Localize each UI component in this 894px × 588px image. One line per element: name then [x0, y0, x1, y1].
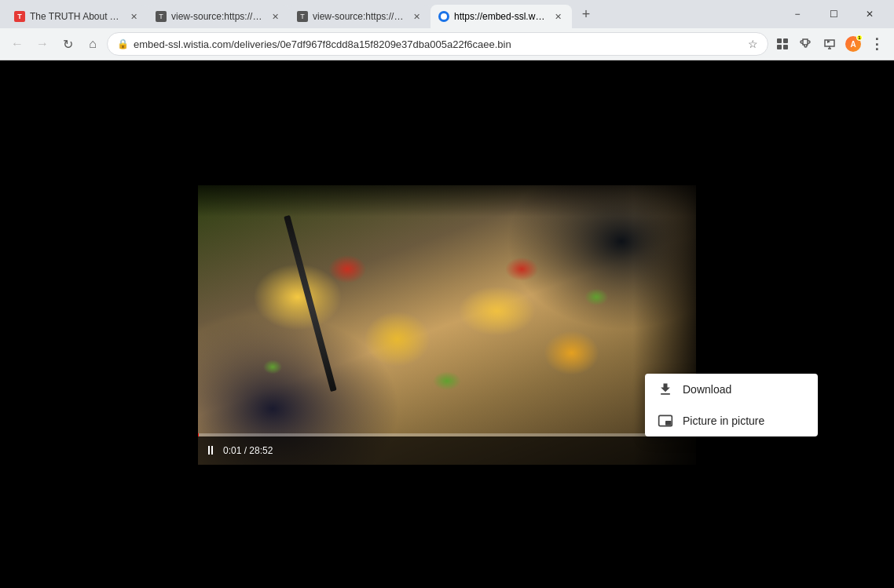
svg-rect-4 — [783, 45, 788, 49]
tab-3-label: view-source:https://fast.wistia… — [313, 11, 405, 22]
forward-button[interactable]: → — [31, 33, 53, 55]
tab-1-favicon: T — [14, 11, 25, 22]
download-label: Download — [683, 383, 731, 396]
svg-rect-3 — [777, 45, 782, 49]
pip-label: Picture in picture — [683, 415, 764, 427]
tab-1[interactable]: T The TRUTH About The Ke… ✕ — [6, 5, 148, 28]
svg-rect-6 — [665, 421, 672, 425]
pip-icon — [658, 413, 673, 429]
pan-top-overlay — [198, 185, 696, 217]
url-display: embed-ssl.wistia.com/deliveries/0e7df967… — [134, 38, 743, 50]
tab-4-label: https://embed-ssl.wistia.c… — [454, 11, 547, 22]
svg-point-0 — [441, 13, 447, 20]
media-router-icon[interactable] — [819, 33, 841, 55]
address-bar: ← → ↻ ⌂ 🔒 embed-ssl.wistia.com/deliverie… — [0, 28, 894, 60]
tab-2-favicon: T — [156, 11, 167, 22]
chrome-menu-icon[interactable]: ⋮ — [866, 33, 888, 55]
window-controls: − ☐ ✕ — [779, 0, 888, 28]
tab-3-close[interactable]: ✕ — [410, 10, 423, 23]
context-menu-pip[interactable]: Picture in picture — [645, 405, 818, 436]
extensions-puzzle-icon[interactable] — [795, 33, 817, 55]
chrome-frame: T The TRUTH About The Ke… ✕ T view-sourc… — [0, 0, 894, 60]
tab-1-close[interactable]: ✕ — [127, 10, 140, 23]
context-menu: Download Picture in picture — [645, 374, 818, 436]
svg-rect-1 — [777, 38, 782, 43]
toolbar-icons: A 1 ⋮ — [771, 33, 888, 55]
address-input[interactable]: 🔒 embed-ssl.wistia.com/deliveries/0e7df9… — [107, 32, 768, 56]
video-player[interactable]: ⏸ 0:01 / 28:52 Download — [198, 185, 696, 465]
title-bar: T The TRUTH About The Ke… ✕ T view-sourc… — [0, 0, 894, 28]
bookmark-icon[interactable]: ☆ — [748, 38, 758, 50]
context-menu-download[interactable]: Download — [645, 374, 818, 405]
home-button[interactable]: ⌂ — [82, 33, 104, 55]
minimize-button[interactable]: − — [779, 0, 815, 28]
food-visual — [198, 185, 696, 465]
tab-2-close[interactable]: ✕ — [269, 10, 281, 23]
tab-4[interactable]: https://embed-ssl.wistia.c… ✕ — [431, 5, 572, 28]
utensil-visual — [284, 215, 338, 393]
maximize-button[interactable]: ☐ — [815, 0, 852, 28]
tab-1-label: The TRUTH About The Ke… — [30, 11, 123, 22]
new-tab-button[interactable]: + — [575, 3, 597, 25]
extensions-grid-icon[interactable] — [771, 33, 793, 55]
lock-icon: 🔒 — [117, 38, 129, 49]
download-icon — [658, 382, 673, 397]
tab-3[interactable]: T view-source:https://fast.wistia… ✕ — [289, 5, 431, 28]
page-content: ⏸ 0:01 / 28:52 Download — [0, 60, 894, 588]
tab-2[interactable]: T view-source:https://truth-abou… ✕ — [148, 5, 289, 28]
video-controls: ⏸ 0:01 / 28:52 — [198, 436, 696, 465]
tab-4-favicon — [438, 11, 449, 22]
refresh-button[interactable]: ↻ — [57, 33, 79, 55]
tab-3-favicon: T — [297, 11, 308, 22]
close-button[interactable]: ✕ — [852, 0, 888, 28]
pause-button[interactable]: ⏸ — [204, 444, 217, 458]
tab-2-label: view-source:https://truth-abou… — [171, 11, 264, 22]
video-time-display: 0:01 / 28:52 — [223, 445, 273, 456]
profile-icon[interactable]: A 1 — [842, 33, 864, 55]
svg-rect-2 — [783, 38, 788, 43]
video-thumbnail — [198, 185, 696, 465]
back-button[interactable]: ← — [6, 33, 28, 55]
tab-4-close[interactable]: ✕ — [551, 10, 564, 23]
